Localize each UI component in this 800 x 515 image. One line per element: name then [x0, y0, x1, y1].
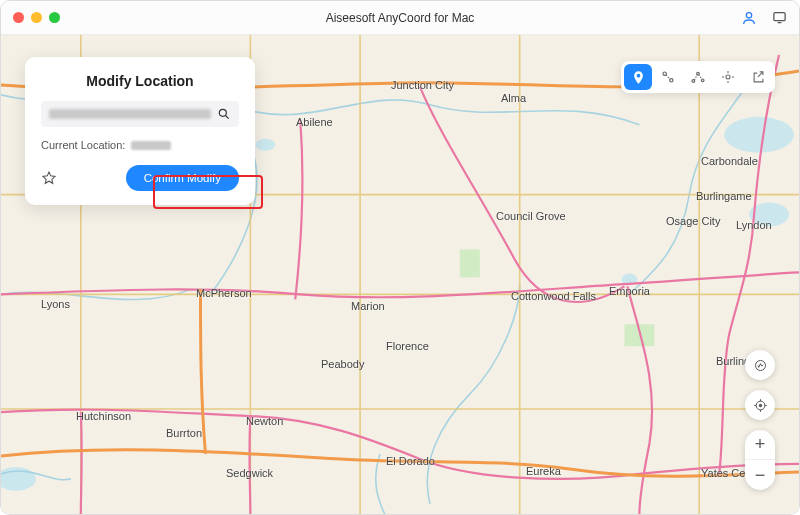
current-location-value-redacted	[131, 141, 171, 150]
city-label: Osage City	[666, 215, 720, 227]
joystick-mode-button[interactable]	[714, 64, 742, 90]
svg-rect-7	[460, 249, 480, 277]
titlebar: Aiseesoft AnyCoord for Mac	[1, 1, 799, 35]
city-label: El Dorado	[386, 455, 435, 467]
zoom-controls: + −	[745, 430, 775, 490]
city-label: Peabody	[321, 358, 364, 370]
svg-point-2	[724, 117, 794, 153]
city-label: Carbondale	[701, 155, 758, 167]
current-location-label: Current Location:	[41, 139, 125, 151]
location-search-input[interactable]	[41, 101, 239, 127]
favorite-star-icon[interactable]	[41, 170, 57, 186]
city-label: Lyons	[41, 298, 70, 310]
city-label: Newton	[246, 415, 283, 427]
zoom-out-button[interactable]: −	[745, 460, 775, 490]
map-side-controls: + −	[745, 350, 775, 490]
multi-stop-mode-button[interactable]	[684, 64, 712, 90]
city-label: Cottonwood Falls	[511, 290, 596, 302]
svg-point-11	[670, 79, 673, 82]
svg-rect-1	[773, 13, 784, 21]
city-label: Marion	[351, 300, 385, 312]
svg-point-10	[663, 72, 666, 75]
one-stop-mode-button[interactable]	[654, 64, 682, 90]
city-label: Abilene	[296, 116, 333, 128]
modify-location-panel: Modify Location Current Location: Confir…	[25, 57, 255, 205]
city-label: Hutchinson	[76, 410, 131, 422]
display-settings-icon[interactable]	[771, 10, 787, 26]
city-label: Emporia	[609, 285, 650, 297]
minimize-window-button[interactable]	[31, 12, 42, 23]
city-label: Alma	[501, 92, 526, 104]
current-location-row: Current Location:	[41, 139, 239, 151]
city-label: Burrton	[166, 427, 202, 439]
panel-title: Modify Location	[41, 73, 239, 89]
svg-point-18	[759, 404, 762, 407]
city-label: Lyndon	[736, 219, 772, 231]
city-label: Burlingame	[696, 190, 752, 202]
traffic-lights	[13, 12, 60, 23]
confirm-modify-button[interactable]: Confirm Modify	[126, 165, 239, 191]
city-label: McPherson	[196, 287, 252, 299]
svg-point-9	[219, 109, 226, 116]
city-label: Sedgwick	[226, 467, 273, 479]
city-label: Eureka	[526, 465, 561, 477]
city-label: Council Grove	[496, 210, 566, 222]
close-window-button[interactable]	[13, 12, 24, 23]
city-label: Florence	[386, 340, 429, 352]
modify-location-mode-button[interactable]	[624, 64, 652, 90]
search-icon	[217, 107, 231, 121]
titlebar-actions	[741, 10, 787, 26]
maximize-window-button[interactable]	[49, 12, 60, 23]
city-label: Junction City	[391, 79, 454, 91]
account-icon[interactable]	[741, 10, 757, 26]
export-button[interactable]	[744, 64, 772, 90]
svg-point-12	[692, 80, 695, 83]
window-title: Aiseesoft AnyCoord for Mac	[1, 11, 799, 25]
svg-point-0	[746, 12, 751, 17]
zoom-in-button[interactable]: +	[745, 430, 775, 460]
search-value-redacted	[49, 109, 211, 119]
svg-point-5	[255, 139, 275, 151]
layers-button[interactable]	[745, 350, 775, 380]
svg-point-16	[755, 360, 765, 370]
svg-point-15	[726, 75, 730, 79]
mode-toolbar	[621, 61, 775, 93]
app-window: Aiseesoft AnyCoord for Mac	[0, 0, 800, 515]
locate-me-button[interactable]	[745, 390, 775, 420]
